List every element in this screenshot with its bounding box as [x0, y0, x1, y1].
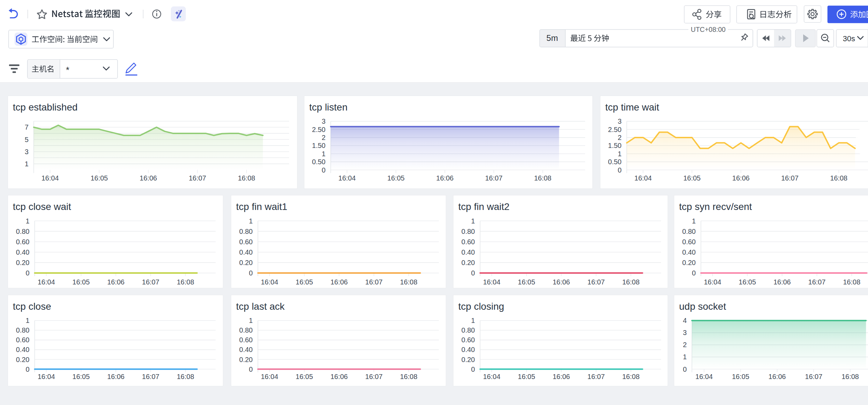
svg-text:0.60: 0.60: [461, 238, 475, 246]
svg-text:0.20: 0.20: [239, 259, 253, 266]
svg-text:16:07: 16:07: [142, 278, 159, 286]
svg-text:0.60: 0.60: [461, 336, 475, 344]
svg-text:*: *: [66, 65, 69, 75]
svg-text:tcp close wait: tcp close wait: [13, 201, 71, 212]
svg-text:5m: 5m: [546, 33, 558, 43]
svg-text:tcp fin wait1: tcp fin wait1: [236, 201, 287, 212]
svg-text:2: 2: [618, 134, 622, 141]
svg-text:1: 1: [471, 217, 475, 225]
svg-text:0.20: 0.20: [16, 259, 29, 266]
svg-text:16:05: 16:05: [732, 373, 749, 380]
svg-text:16:08: 16:08: [400, 278, 417, 286]
svg-text:0.80: 0.80: [239, 228, 253, 235]
svg-text:0.20: 0.20: [461, 259, 475, 266]
svg-text:16:04: 16:04: [483, 278, 500, 286]
svg-text:16:06: 16:06: [140, 174, 157, 182]
svg-text:16:06: 16:06: [107, 373, 124, 380]
svg-text:3: 3: [683, 329, 687, 336]
svg-text:0.80: 0.80: [682, 228, 696, 235]
svg-text:16:05: 16:05: [739, 278, 756, 286]
svg-text:1: 1: [692, 217, 696, 225]
svg-text:3: 3: [25, 148, 28, 156]
svg-text:0.60: 0.60: [16, 238, 29, 246]
svg-text:5: 5: [25, 136, 28, 143]
svg-text:16:08: 16:08: [622, 278, 640, 286]
svg-text:16:05: 16:05: [296, 373, 313, 380]
svg-text:0: 0: [692, 269, 696, 277]
svg-text:16:08: 16:08: [177, 278, 194, 286]
svg-text:16:04: 16:04: [634, 174, 652, 182]
svg-text:16:08: 16:08: [830, 174, 848, 182]
svg-text:0: 0: [683, 366, 687, 373]
svg-text:2.50: 2.50: [312, 126, 326, 133]
svg-text:16:04: 16:04: [41, 174, 59, 182]
svg-text:0: 0: [322, 166, 326, 174]
svg-text:16:05: 16:05: [518, 373, 535, 380]
svg-text:0: 0: [471, 366, 475, 373]
svg-text:7: 7: [25, 123, 28, 131]
svg-text:0.20: 0.20: [16, 356, 29, 363]
svg-text:16:07: 16:07: [485, 174, 502, 182]
svg-text:16:06: 16:06: [330, 278, 348, 286]
svg-text:1: 1: [26, 217, 29, 225]
svg-text:tcp closing: tcp closing: [458, 301, 504, 312]
svg-text:16:07: 16:07: [365, 278, 383, 286]
svg-text:16:07: 16:07: [808, 278, 826, 286]
svg-text:16:04: 16:04: [695, 373, 713, 380]
svg-text:16:04: 16:04: [37, 373, 55, 380]
svg-text:4: 4: [683, 317, 687, 324]
svg-text:tcp fin wait2: tcp fin wait2: [458, 201, 510, 212]
svg-text:1: 1: [471, 317, 475, 324]
svg-text:16:06: 16:06: [553, 278, 570, 286]
svg-text:0.40: 0.40: [239, 346, 253, 353]
svg-text:16:05: 16:05: [296, 278, 313, 286]
svg-text:16:06: 16:06: [436, 174, 453, 182]
svg-text:16:08: 16:08: [534, 174, 552, 182]
svg-text:16:04: 16:04: [37, 278, 55, 286]
svg-text:0.60: 0.60: [682, 238, 696, 246]
svg-text:16:08: 16:08: [238, 174, 255, 182]
svg-text:16:05: 16:05: [387, 174, 405, 182]
svg-text:udp socket: udp socket: [679, 301, 726, 312]
svg-text:16:06: 16:06: [107, 278, 124, 286]
svg-text:16:04: 16:04: [261, 373, 278, 380]
svg-text:16:05: 16:05: [90, 174, 108, 182]
svg-text:16:05: 16:05: [72, 278, 90, 286]
svg-text:0.50: 0.50: [312, 158, 326, 166]
svg-text:2: 2: [683, 341, 687, 349]
svg-text:0: 0: [471, 269, 475, 277]
svg-text:0.80: 0.80: [16, 228, 29, 235]
svg-text:0.40: 0.40: [461, 346, 475, 353]
svg-text:16:07: 16:07: [142, 373, 159, 380]
svg-text:0.80: 0.80: [461, 326, 475, 334]
svg-text:16:04: 16:04: [483, 373, 500, 380]
svg-text:16:04: 16:04: [261, 278, 278, 286]
svg-text:16:04: 16:04: [338, 174, 356, 182]
svg-text:1.50: 1.50: [608, 142, 622, 149]
svg-text:0.40: 0.40: [16, 346, 29, 353]
svg-text:0.40: 0.40: [461, 248, 475, 256]
svg-text:16:08: 16:08: [622, 373, 640, 380]
svg-text:16:07: 16:07: [189, 174, 206, 182]
svg-text:0.80: 0.80: [16, 326, 29, 334]
svg-text:2.50: 2.50: [608, 126, 622, 133]
svg-text:16:08: 16:08: [842, 373, 859, 380]
svg-text:16:07: 16:07: [805, 373, 822, 380]
svg-text:0: 0: [26, 366, 29, 373]
svg-text:16:06: 16:06: [773, 278, 791, 286]
svg-text:1: 1: [25, 160, 28, 168]
svg-text:3: 3: [618, 117, 622, 125]
svg-text:1: 1: [26, 317, 29, 324]
svg-text:16:06: 16:06: [732, 174, 749, 182]
svg-text:0.40: 0.40: [16, 248, 29, 256]
svg-text:0.50: 0.50: [608, 158, 622, 166]
svg-text:0.60: 0.60: [239, 238, 253, 246]
svg-text:1.50: 1.50: [312, 142, 326, 149]
svg-text:0.40: 0.40: [682, 248, 696, 256]
svg-text:16:08: 16:08: [177, 373, 194, 380]
svg-text:0.80: 0.80: [461, 228, 475, 235]
svg-text:0: 0: [249, 366, 253, 373]
svg-text:16:06: 16:06: [330, 373, 348, 380]
svg-text:16:05: 16:05: [683, 174, 701, 182]
svg-text:tcp syn recv/sent: tcp syn recv/sent: [679, 201, 752, 212]
